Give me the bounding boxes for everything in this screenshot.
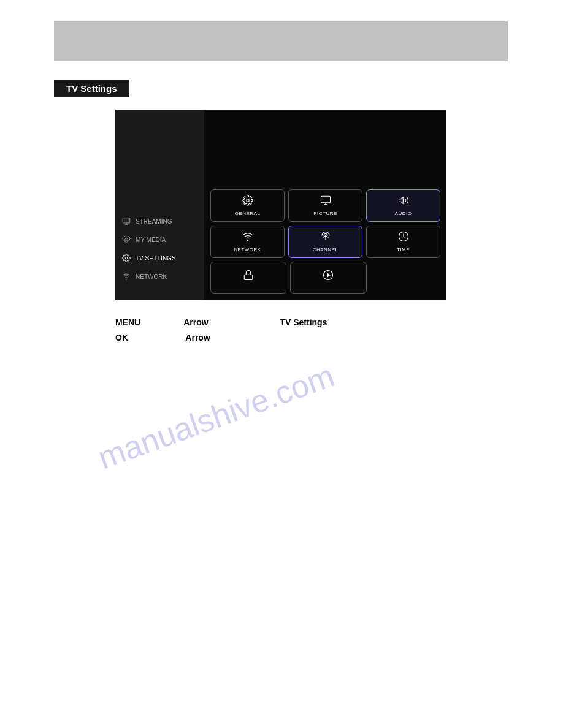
watermark: manualshive.com <box>93 357 339 477</box>
sidebar-network-label: NETWORK <box>136 273 167 280</box>
instruction-separator-3 <box>128 330 185 346</box>
gear-icon-sidebar <box>121 253 131 263</box>
sidebar-item-my-media[interactable]: MY MEDIA <box>121 235 204 245</box>
sidebar-streaming-label: STREAMING <box>136 218 172 225</box>
audio-label: AUDIO <box>395 211 412 216</box>
general-button[interactable]: GENERAL <box>210 189 285 222</box>
svg-point-5 <box>126 279 126 279</box>
wifi-icon-sidebar <box>121 271 131 281</box>
monitor-icon-grid <box>320 195 331 208</box>
playback-button[interactable] <box>290 262 366 294</box>
arrow-word-2: Arrow <box>185 330 210 346</box>
sidebar-item-network[interactable]: NETWORK <box>121 271 204 281</box>
wifi-icon-grid <box>242 231 253 245</box>
network-button[interactable]: NETWORK <box>210 226 285 258</box>
tv-settings-word: TV Settings <box>280 315 327 330</box>
lock-icon <box>243 270 254 283</box>
monitor-icon <box>121 216 131 226</box>
gear-icon <box>242 195 253 208</box>
clock-icon <box>398 231 409 245</box>
svg-rect-13 <box>244 275 253 279</box>
instructions-area: MENU Arrow TV Settings OK Arrow <box>115 315 563 346</box>
svg-marker-10 <box>399 197 403 204</box>
sidebar-tv-settings-label: TV SETTINGS <box>136 255 176 262</box>
general-label: GENERAL <box>235 211 261 216</box>
menu-word: MENU <box>115 315 140 330</box>
camera-icon <box>121 235 131 245</box>
channel-button[interactable]: CHANNEL <box>288 226 362 258</box>
audio-button[interactable]: AUDIO <box>366 189 440 222</box>
play-icon <box>323 270 334 283</box>
tv-screen: STREAMING MY MEDIA TV SETTINGS <box>115 110 446 300</box>
channel-label: CHANNEL <box>313 247 339 252</box>
tv-sidebar: STREAMING MY MEDIA TV SETTINGS <box>115 110 204 300</box>
sidebar-my-media-label: MY MEDIA <box>136 237 166 243</box>
lock-button[interactable] <box>210 262 286 294</box>
grid-row-2: NETWORK CHANNEL <box>210 226 440 258</box>
picture-label: PICTURE <box>313 211 337 216</box>
sidebar-item-streaming[interactable]: STREAMING <box>121 216 204 226</box>
grid-row-1: GENERAL PICTURE <box>210 189 440 222</box>
sidebar-item-tv-settings[interactable]: TV SETTINGS <box>121 253 204 263</box>
svg-point-3 <box>125 238 128 241</box>
speaker-icon <box>398 195 409 208</box>
page-heading: TV Settings <box>54 80 129 97</box>
svg-rect-0 <box>123 218 130 223</box>
time-label: TIME <box>397 247 410 252</box>
instruction-line-1: MENU Arrow TV Settings <box>115 315 563 330</box>
instruction-separator-1 <box>140 315 183 330</box>
svg-rect-7 <box>321 196 330 203</box>
grid-row-3 <box>210 262 440 294</box>
svg-marker-15 <box>327 273 331 277</box>
svg-point-4 <box>125 257 128 259</box>
top-bar <box>54 21 508 61</box>
tv-settings-grid: GENERAL PICTURE <box>204 110 446 300</box>
ok-word: OK <box>115 330 128 346</box>
antenna-icon <box>320 231 331 245</box>
time-button[interactable]: TIME <box>366 226 440 258</box>
svg-point-11 <box>247 240 248 241</box>
arrow-word-1: Arrow <box>183 315 208 330</box>
picture-button[interactable]: PICTURE <box>288 189 362 222</box>
instruction-separator-2 <box>209 315 280 330</box>
network-label: NETWORK <box>234 247 261 252</box>
instruction-line-2: OK Arrow <box>115 330 563 346</box>
svg-point-6 <box>246 199 249 202</box>
